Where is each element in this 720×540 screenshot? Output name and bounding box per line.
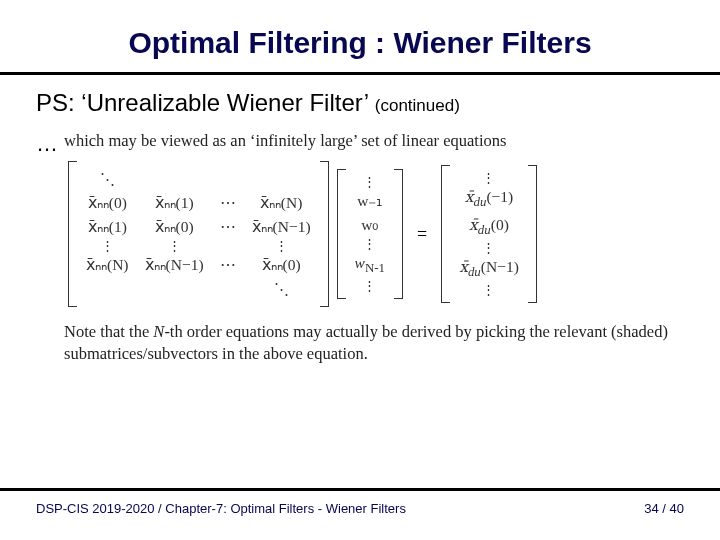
note-part1: Note that the bbox=[64, 322, 153, 341]
cell: x̄ₙₙ(N) bbox=[244, 191, 319, 215]
cell: ⋯ bbox=[212, 215, 244, 239]
cell: x̄ₙₙ(N) bbox=[78, 253, 137, 277]
footer-left: DSP-CIS 2019-2020 / Chapter-7: Optimal F… bbox=[36, 501, 406, 516]
cell: ⋱ bbox=[78, 167, 137, 191]
cell: x̄du(−1) bbox=[451, 185, 527, 213]
cell: w₋₁ bbox=[347, 189, 393, 213]
cell: x̄ₙₙ(0) bbox=[244, 253, 319, 277]
cell: ⋮ bbox=[451, 171, 527, 185]
footer-rule bbox=[0, 488, 720, 491]
equals-sign: = bbox=[411, 224, 433, 245]
title-rule bbox=[0, 72, 720, 75]
slide-heading: PS: ‘Unrealizable Wiener Filter’ (contin… bbox=[36, 89, 684, 117]
slide: Optimal Filtering : Wiener Filters PS: ‘… bbox=[0, 0, 720, 540]
cell-wNm1: wN-1 bbox=[347, 251, 393, 279]
cell bbox=[212, 167, 244, 191]
cell: ⋮ bbox=[78, 239, 137, 253]
cell: ⋮ bbox=[347, 237, 393, 251]
equation-figure: which may be viewed as an ‘infinitely la… bbox=[62, 125, 684, 366]
footer: DSP-CIS 2019-2020 / Chapter-7: Optimal F… bbox=[0, 488, 720, 516]
cell bbox=[212, 277, 244, 301]
cell bbox=[212, 239, 244, 253]
cell: x̄du(N−1) bbox=[451, 255, 527, 283]
cell: ⋮ bbox=[451, 283, 527, 297]
body: … which may be viewed as an ‘infinitely … bbox=[36, 125, 684, 366]
heading-text: PS: ‘Unrealizable Wiener Filter’ bbox=[36, 89, 368, 116]
cell bbox=[244, 167, 319, 191]
leading-ellipsis: … bbox=[36, 131, 58, 157]
cell: ⋮ bbox=[244, 239, 319, 253]
cell: x̄du(0) bbox=[451, 213, 527, 241]
heading-continued: (continued) bbox=[375, 96, 460, 115]
cell: ⋯ bbox=[212, 191, 244, 215]
slide-title: Optimal Filtering : Wiener Filters bbox=[36, 26, 684, 60]
note-N: N bbox=[153, 322, 164, 341]
cell: x̄ₙₙ(N−1) bbox=[137, 253, 212, 277]
cell: x̄ₙₙ(0) bbox=[78, 191, 137, 215]
cell: ⋮ bbox=[137, 239, 212, 253]
cell bbox=[137, 167, 212, 191]
footer-page-number: 34 / 40 bbox=[644, 501, 684, 516]
cell bbox=[78, 277, 137, 301]
vector-b: ⋮ x̄du(−1) x̄du(0) ⋮ x̄du(N−1) ⋮ bbox=[441, 165, 537, 303]
cell: ⋱ bbox=[244, 277, 319, 301]
cell: w₀ bbox=[347, 213, 393, 237]
cell: ⋮ bbox=[347, 175, 393, 189]
vector-w: ⋮ w₋₁ w₀ ⋮ wN-1 ⋮ bbox=[337, 169, 403, 299]
figure-note: Note that the N-th order equations may a… bbox=[64, 321, 684, 366]
cell bbox=[137, 277, 212, 301]
equation-row: ⋱ x̄ₙₙ(0)x̄ₙₙ(1)⋯x̄ₙₙ(N) x̄ₙₙ(1)x̄ₙₙ(0)⋯… bbox=[68, 161, 684, 307]
cell: ⋮ bbox=[451, 241, 527, 255]
cell: x̄ₙₙ(1) bbox=[137, 191, 212, 215]
matrix-A: ⋱ x̄ₙₙ(0)x̄ₙₙ(1)⋯x̄ₙₙ(N) x̄ₙₙ(1)x̄ₙₙ(0)⋯… bbox=[68, 161, 329, 307]
cell: x̄ₙₙ(1) bbox=[78, 215, 137, 239]
cell: x̄ₙₙ(N−1) bbox=[244, 215, 319, 239]
figure-lead-text: which may be viewed as an ‘infinitely la… bbox=[64, 131, 684, 151]
cell: x̄ₙₙ(0) bbox=[137, 215, 212, 239]
cell: ⋯ bbox=[212, 253, 244, 277]
cell: ⋮ bbox=[347, 279, 393, 293]
